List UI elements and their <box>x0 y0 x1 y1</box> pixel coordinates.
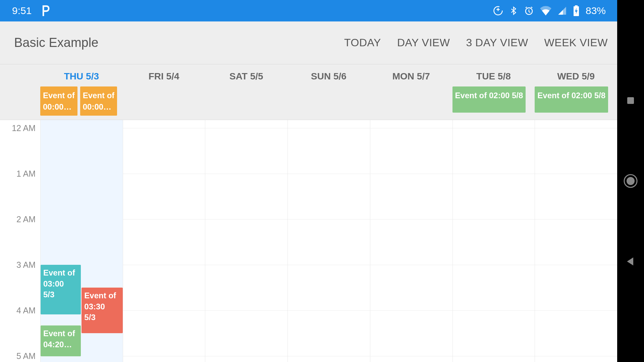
day-column-wed[interactable] <box>535 120 617 362</box>
hour-label: 1 AM <box>16 169 36 179</box>
timed-event[interactable]: Event of 03:00 5/3 <box>41 265 81 314</box>
three-day-view-button[interactable]: 3 DAY VIEW <box>466 37 528 49</box>
allday-event[interactable]: Event of 02:00 5/8 <box>535 86 608 113</box>
timed-event[interactable]: Event of 04:20… <box>41 325 81 356</box>
allday-event[interactable]: Event of 00:00… <box>80 86 117 116</box>
back-button[interactable] <box>623 254 638 269</box>
status-bar: 9:51 83% <box>0 0 617 21</box>
day-header-fri[interactable]: FRI 5/4 <box>123 64 205 120</box>
hour-label: 3 AM <box>16 260 36 270</box>
home-button[interactable] <box>623 174 638 188</box>
day-column-sat[interactable] <box>205 120 287 362</box>
system-update-icon <box>493 6 503 16</box>
day-label: MON 5/7 <box>392 64 430 86</box>
page-title: Basic Example <box>0 36 98 50</box>
day-label: FRI 5/4 <box>149 64 179 86</box>
hour-label: 5 AM <box>16 351 36 361</box>
day-header-tue[interactable]: TUE 5/8 Event of 02:00 5/8 <box>452 64 535 120</box>
day-label: TUE 5/8 <box>476 64 511 86</box>
battery-charging-icon <box>573 5 580 16</box>
wifi-icon <box>540 6 551 15</box>
day-header-sun[interactable]: SUN 5/6 <box>287 64 370 120</box>
day-label: SAT 5/5 <box>229 64 263 86</box>
today-button[interactable]: TODAY <box>344 37 381 49</box>
day-column-sun[interactable] <box>287 120 370 362</box>
hour-label: 4 AM <box>16 306 36 315</box>
timed-event[interactable]: Event of 03:30 5/3 <box>82 288 122 333</box>
day-column-thu[interactable]: Event of 03:00 5/3 Event of 03:30 5/3 Ev… <box>40 120 123 362</box>
day-column-mon[interactable] <box>370 120 452 362</box>
hour-label: 12 AM <box>12 123 36 133</box>
allday-event[interactable]: Event of 02:00 5/8 <box>452 86 526 113</box>
bluetooth-icon <box>509 6 518 16</box>
day-header-row: THU 5/3 Event of 00:00… Event of 00:00… … <box>0 64 617 120</box>
day-label: SUN 5/6 <box>311 64 346 86</box>
day-label: THU 5/3 <box>64 64 99 86</box>
svg-rect-3 <box>575 5 578 7</box>
day-header-sat[interactable]: SAT 5/5 <box>205 64 287 120</box>
week-view-button[interactable]: WEEK VIEW <box>544 37 608 49</box>
day-view-button[interactable]: DAY VIEW <box>397 37 450 49</box>
day-header-wed[interactable]: WED 5/9 Event of 02:00 5/8 <box>535 64 617 120</box>
day-header-mon[interactable]: MON 5/7 <box>370 64 452 120</box>
hour-label: 2 AM <box>16 215 36 224</box>
allday-event[interactable]: Event of 00:00… <box>40 86 77 116</box>
day-column-tue[interactable] <box>452 120 535 362</box>
battery-percent: 83% <box>586 5 606 16</box>
recent-apps-button[interactable] <box>623 93 638 108</box>
status-time: 9:51 <box>12 5 32 16</box>
svg-rect-4 <box>627 97 634 104</box>
svg-point-6 <box>627 177 635 185</box>
app-header: Basic Example TODAY DAY VIEW 3 DAY VIEW … <box>0 21 617 64</box>
time-gutter: 12 AM 1 AM 2 AM 3 AM 4 AM 5 AM <box>0 120 40 362</box>
calendar-grid[interactable]: 12 AM 1 AM 2 AM 3 AM 4 AM 5 AM Event of … <box>0 120 617 362</box>
pandora-icon <box>41 5 50 16</box>
android-nav-bar <box>617 0 644 362</box>
day-label: WED 5/9 <box>557 64 595 86</box>
day-header-thu[interactable]: THU 5/3 Event of 00:00… Event of 00:00… <box>40 64 123 120</box>
cell-signal-icon <box>557 6 567 15</box>
day-column-fri[interactable] <box>123 120 205 362</box>
alarm-icon <box>524 6 534 16</box>
